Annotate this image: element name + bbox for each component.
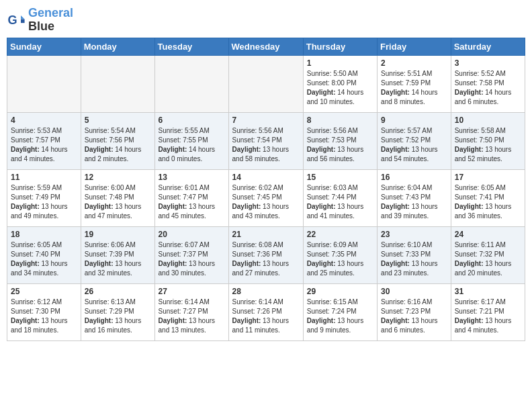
calendar-day: 4Sunrise: 5:53 AMSunset: 7:57 PMDaylight… [7,112,81,169]
calendar-week-1: 1Sunrise: 5:50 AMSunset: 8:00 PMDaylight… [7,55,525,112]
day-info: Sunrise: 5:55 AMSunset: 7:55 PMDaylight:… [159,126,225,164]
calendar-day: 12Sunrise: 6:00 AMSunset: 7:48 PMDayligh… [81,169,154,226]
logo-subtext: Blue [28,20,73,34]
day-info: Sunrise: 6:02 AMSunset: 7:45 PMDaylight:… [232,183,300,221]
svg-marker-1 [21,15,25,19]
day-info: Sunrise: 6:00 AMSunset: 7:48 PMDaylight:… [85,183,151,221]
calendar-week-5: 25Sunrise: 6:12 AMSunset: 7:30 PMDayligh… [7,283,525,340]
day-number: 20 [159,230,225,239]
day-header-saturday: Saturday [451,38,525,55]
day-header-friday: Friday [378,38,451,55]
day-info: Sunrise: 6:01 AMSunset: 7:47 PMDaylight:… [159,183,225,221]
calendar-day: 5Sunrise: 5:54 AMSunset: 7:56 PMDaylight… [81,112,154,169]
day-number: 3 [455,58,521,68]
day-header-tuesday: Tuesday [154,38,228,55]
day-header-sunday: Sunday [7,38,81,55]
day-info: Sunrise: 6:16 AMSunset: 7:23 PMDaylight:… [381,298,447,335]
calendar-day: 14Sunrise: 6:02 AMSunset: 7:45 PMDayligh… [228,169,303,226]
page-header: G General Blue [7,7,525,34]
day-number: 11 [11,173,77,182]
day-header-monday: Monday [81,38,154,55]
calendar-week-2: 4Sunrise: 5:53 AMSunset: 7:57 PMDaylight… [7,112,525,169]
calendar-day: 28Sunrise: 6:14 AMSunset: 7:26 PMDayligh… [228,283,303,340]
calendar-day: 24Sunrise: 6:11 AMSunset: 7:32 PMDayligh… [451,226,525,283]
day-info: Sunrise: 6:08 AMSunset: 7:36 PMDaylight:… [232,240,300,278]
day-number: 26 [85,287,151,296]
day-number: 7 [232,116,300,125]
day-info: Sunrise: 6:15 AMSunset: 7:24 PMDaylight:… [307,298,373,335]
day-info: Sunrise: 5:53 AMSunset: 7:57 PMDaylight:… [11,126,77,164]
calendar-day: 22Sunrise: 6:09 AMSunset: 7:35 PMDayligh… [303,226,377,283]
calendar-day: 30Sunrise: 6:16 AMSunset: 7:23 PMDayligh… [378,283,451,340]
day-header-wednesday: Wednesday [228,38,303,55]
day-info: Sunrise: 6:06 AMSunset: 7:39 PMDaylight:… [85,240,151,278]
calendar-day [81,55,154,112]
calendar-day: 6Sunrise: 5:55 AMSunset: 7:55 PMDaylight… [154,112,228,169]
day-info: Sunrise: 5:56 AMSunset: 7:54 PMDaylight:… [232,126,300,164]
day-number: 8 [307,116,373,125]
day-number: 17 [455,173,521,182]
calendar-day: 26Sunrise: 6:13 AMSunset: 7:29 PMDayligh… [81,283,154,340]
calendar-day: 29Sunrise: 6:15 AMSunset: 7:24 PMDayligh… [303,283,377,340]
day-number: 21 [232,230,300,239]
calendar-day: 7Sunrise: 5:56 AMSunset: 7:54 PMDaylight… [228,112,303,169]
calendar-day: 25Sunrise: 6:12 AMSunset: 7:30 PMDayligh… [7,283,81,340]
calendar-day: 16Sunrise: 6:04 AMSunset: 7:43 PMDayligh… [378,169,451,226]
day-info: Sunrise: 6:04 AMSunset: 7:43 PMDaylight:… [381,183,447,221]
calendar-day: 2Sunrise: 5:51 AMSunset: 7:59 PMDaylight… [378,55,451,112]
day-number: 28 [232,287,300,296]
logo-icon: G [7,11,26,30]
day-info: Sunrise: 6:13 AMSunset: 7:29 PMDaylight:… [85,298,151,335]
day-info: Sunrise: 6:14 AMSunset: 7:26 PMDaylight:… [232,298,300,335]
logo-text: General [28,7,73,20]
calendar-day: 9Sunrise: 5:57 AMSunset: 7:52 PMDaylight… [378,112,451,169]
day-number: 5 [85,116,151,125]
day-number: 1 [307,58,373,68]
day-number: 25 [11,287,77,296]
day-info: Sunrise: 6:03 AMSunset: 7:44 PMDaylight:… [307,183,373,221]
day-number: 10 [455,116,521,125]
calendar-week-3: 11Sunrise: 5:59 AMSunset: 7:49 PMDayligh… [7,169,525,226]
day-info: Sunrise: 6:11 AMSunset: 7:32 PMDaylight:… [455,240,521,278]
day-number: 14 [232,173,300,182]
calendar-day: 19Sunrise: 6:06 AMSunset: 7:39 PMDayligh… [81,226,154,283]
day-number: 15 [307,173,373,182]
day-info: Sunrise: 5:57 AMSunset: 7:52 PMDaylight:… [381,126,447,164]
day-number: 18 [11,230,77,239]
day-number: 22 [307,230,373,239]
svg-marker-2 [21,19,25,23]
day-number: 13 [159,173,225,182]
day-number: 19 [85,230,151,239]
calendar-day: 17Sunrise: 6:05 AMSunset: 7:41 PMDayligh… [451,169,525,226]
calendar-week-4: 18Sunrise: 6:05 AMSunset: 7:40 PMDayligh… [7,226,525,283]
day-info: Sunrise: 6:12 AMSunset: 7:30 PMDaylight:… [11,298,77,335]
calendar-table: SundayMondayTuesdayWednesdayThursdayFrid… [7,38,525,341]
calendar-day: 18Sunrise: 6:05 AMSunset: 7:40 PMDayligh… [7,226,81,283]
day-info: Sunrise: 6:14 AMSunset: 7:27 PMDaylight:… [159,298,225,335]
calendar-day: 3Sunrise: 5:52 AMSunset: 7:58 PMDaylight… [451,55,525,112]
day-number: 30 [381,287,447,296]
day-info: Sunrise: 5:54 AMSunset: 7:56 PMDaylight:… [85,126,151,164]
calendar-day: 20Sunrise: 6:07 AMSunset: 7:37 PMDayligh… [154,226,228,283]
calendar-day: 27Sunrise: 6:14 AMSunset: 7:27 PMDayligh… [154,283,228,340]
day-number: 4 [11,116,77,125]
day-number: 9 [381,116,447,125]
day-info: Sunrise: 5:58 AMSunset: 7:50 PMDaylight:… [455,126,521,164]
day-info: Sunrise: 5:59 AMSunset: 7:49 PMDaylight:… [11,183,77,221]
calendar-day: 13Sunrise: 6:01 AMSunset: 7:47 PMDayligh… [154,169,228,226]
calendar-day [154,55,228,112]
calendar-day: 8Sunrise: 5:56 AMSunset: 7:53 PMDaylight… [303,112,377,169]
calendar-day: 1Sunrise: 5:50 AMSunset: 8:00 PMDaylight… [303,55,377,112]
day-info: Sunrise: 6:05 AMSunset: 7:40 PMDaylight:… [11,240,77,278]
day-info: Sunrise: 6:17 AMSunset: 7:21 PMDaylight:… [455,298,521,335]
day-number: 12 [85,173,151,182]
logo: G General Blue [7,7,73,34]
day-info: Sunrise: 6:09 AMSunset: 7:35 PMDaylight:… [307,240,373,278]
calendar-day: 11Sunrise: 5:59 AMSunset: 7:49 PMDayligh… [7,169,81,226]
calendar-day: 21Sunrise: 6:08 AMSunset: 7:36 PMDayligh… [228,226,303,283]
day-number: 31 [455,287,521,296]
calendar-day: 23Sunrise: 6:10 AMSunset: 7:33 PMDayligh… [378,226,451,283]
day-number: 2 [381,58,447,68]
day-info: Sunrise: 6:07 AMSunset: 7:37 PMDaylight:… [159,240,225,278]
day-number: 27 [159,287,225,296]
